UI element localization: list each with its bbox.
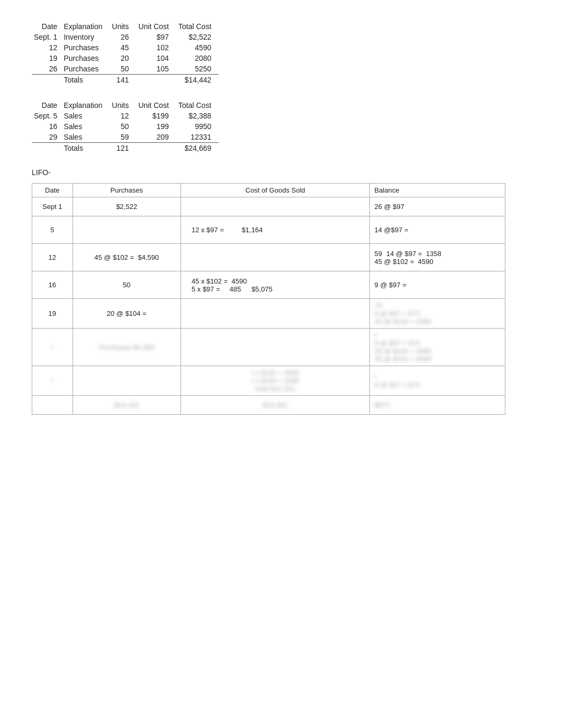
- col-units: Units: [110, 100, 137, 111]
- balance-qty-12: 59: [374, 250, 382, 258]
- unit-cost-cell: 209: [136, 132, 176, 143]
- lifo-row-16: 16 50 45 x $102 = 4590 5 x $97 = 485 $5,…: [32, 271, 505, 299]
- lifo-cogs-blurred-1: [180, 329, 370, 366]
- total-cost-cell: $2,388: [176, 111, 219, 121]
- totals-unit-cost: [136, 75, 176, 86]
- lifo-purchases-sept1: $2,522: [72, 197, 180, 216]
- unit-cost-cell: 104: [136, 53, 176, 63]
- date-cell: 29: [32, 132, 61, 143]
- cogs-line2-16: 5 x $97 = 485 $5,075: [192, 285, 366, 293]
- purchases-section: Date Explanation Units Unit Cost Total C…: [32, 21, 530, 85]
- lifo-balance-blurred-1: •9 @ $97 = 87320 @ $104 = 208045 @ $102 …: [370, 329, 505, 366]
- lifo-purchases-totals: $14,442: [72, 396, 180, 415]
- lifo-cogs-16: 45 x $102 = 4590 5 x $97 = 485 $5,075: [180, 271, 370, 299]
- explanation-cell: Purchases: [61, 42, 110, 53]
- lifo-section: Date Purchases Cost of Goods Sold Balanc…: [32, 183, 530, 415]
- units-cell: 50: [110, 121, 137, 132]
- lifo-row-sept1: Sept 1 $2,522 26 @ $97: [32, 197, 505, 216]
- units-cell: 12: [110, 111, 137, 121]
- purchases-header-row: Date Explanation Units Unit Cost Total C…: [32, 21, 219, 32]
- lifo-row-19: 19 20 @ $104 = 799 @ $97 = 87320 @ $104 …: [32, 299, 505, 329]
- sales-header-row: Date Explanation Units Unit Cost Total C…: [32, 100, 219, 111]
- units-cell: 20: [110, 53, 137, 63]
- lifo-balance-totals: $873: [370, 396, 505, 415]
- unit-cost-cell: 102: [136, 42, 176, 53]
- purchases-table: Date Explanation Units Unit Cost Total C…: [32, 21, 219, 85]
- lifo-row-blurred-1: • Purchases $4,460 •9 @ $97 = 87320 @ $1…: [32, 329, 505, 366]
- col-total-cost: Total Cost: [176, 21, 219, 32]
- lifo-header-row: Date Purchases Cost of Goods Sold Balanc…: [32, 184, 505, 197]
- unit-cost-cell: 105: [136, 63, 176, 75]
- lifo-purchases-12: 45 @ $102 = $4,590: [72, 244, 180, 271]
- lifo-col-date: Date: [32, 184, 73, 197]
- col-explanation: Explanation: [61, 21, 110, 32]
- lifo-balance-16: 9 @ $97 =: [370, 271, 505, 299]
- purchases-row-2: 12 Purchases 45 102 4590: [32, 42, 219, 53]
- total-cost-cell: 9950: [176, 121, 219, 132]
- lifo-date-19: 19: [32, 299, 73, 329]
- total-cost-cell: $2,522: [176, 32, 219, 42]
- lifo-balance-blurred-2: •9 @ $97 = 873: [370, 366, 505, 396]
- lifo-purchases-5: [72, 216, 180, 244]
- total-cost-cell: 12331: [176, 132, 219, 143]
- totals-unit-cost: [136, 143, 176, 154]
- lifo-purchases-19: 20 @ $104 =: [72, 299, 180, 329]
- col-explanation: Explanation: [61, 100, 110, 111]
- cogs-line1-16: 45 x $102 = 4590: [192, 277, 366, 285]
- lifo-row-blurred-2: • • x $102 = 4590• x $104 = 2080total $1…: [32, 366, 505, 396]
- cogs-total-16: $5,075: [251, 285, 273, 293]
- date-cell: [32, 143, 61, 154]
- lifo-date-5: 5: [32, 216, 73, 244]
- explanation-cell: Sales: [61, 132, 110, 143]
- totals-label: Totals: [61, 143, 110, 154]
- explanation-cell: Sales: [61, 111, 110, 121]
- totals-units: 141: [110, 75, 137, 86]
- lifo-date-12: 12: [32, 244, 73, 271]
- lifo-purchases-16: 50: [72, 271, 180, 299]
- lifo-date-blurred-2: •: [32, 366, 73, 396]
- total-cost-cell: 5250: [176, 63, 219, 75]
- unit-cost-cell: 199: [136, 121, 176, 132]
- total-cost-cell: 4590: [176, 42, 219, 53]
- lifo-date-totals: [32, 396, 73, 415]
- unit-cost-cell: $97: [136, 32, 176, 42]
- sales-row-2: 16 Sales 50 199 9950: [32, 121, 219, 132]
- lifo-cogs-12: [180, 244, 370, 271]
- lifo-col-balance: Balance: [370, 184, 505, 197]
- lifo-date-16: 16: [32, 271, 73, 299]
- date-cell: 16: [32, 121, 61, 132]
- purchases-row-1: Sept. 1 Inventory 26 $97 $2,522: [32, 32, 219, 42]
- purchases-row-4: 26 Purchases 50 105 5250: [32, 63, 219, 75]
- lifo-date-blurred-1: •: [32, 329, 73, 366]
- col-date: Date: [32, 21, 61, 32]
- totals-total-cost: $14,442: [176, 75, 219, 86]
- total-cost-cell: 2080: [176, 53, 219, 63]
- explanation-cell: Sales: [61, 121, 110, 132]
- lifo-row-12: 12 45 @ $102 = $4,590 59 14 @ $97 = 1358…: [32, 244, 505, 271]
- col-unit-cost: Unit Cost: [136, 21, 176, 32]
- lifo-purchases-blurred-1: Purchases $4,460: [72, 329, 180, 366]
- unit-cost-cell: $199: [136, 111, 176, 121]
- col-unit-cost: Unit Cost: [136, 100, 176, 111]
- sales-section: Date Explanation Units Unit Cost Total C…: [32, 100, 530, 153]
- lifo-cogs-19: [180, 299, 370, 329]
- explanation-cell: Purchases: [61, 53, 110, 63]
- totals-label: Totals: [61, 75, 110, 86]
- date-cell: Sept. 1: [32, 32, 61, 42]
- col-total-cost: Total Cost: [176, 100, 219, 111]
- sales-table: Date Explanation Units Unit Cost Total C…: [32, 100, 219, 153]
- lifo-row-totals-blurred: $14,442 $24,381 $873: [32, 396, 505, 415]
- totals-units: 121: [110, 143, 137, 154]
- date-cell: 26: [32, 63, 61, 75]
- date-cell: [32, 75, 61, 86]
- units-cell: 50: [110, 63, 137, 75]
- explanation-cell: Inventory: [61, 32, 110, 42]
- sales-row-3: 29 Sales 59 209 12331: [32, 132, 219, 143]
- sales-row-1: Sept. 5 Sales 12 $199 $2,388: [32, 111, 219, 121]
- lifo-cogs-totals: $24,381: [180, 396, 370, 415]
- lifo-balance-sept1: 26 @ $97: [370, 197, 505, 216]
- lifo-date-sept1: Sept 1: [32, 197, 73, 216]
- date-cell: 19: [32, 53, 61, 63]
- date-cell: Sept. 5: [32, 111, 61, 121]
- lifo-label: LIFO-: [32, 168, 530, 177]
